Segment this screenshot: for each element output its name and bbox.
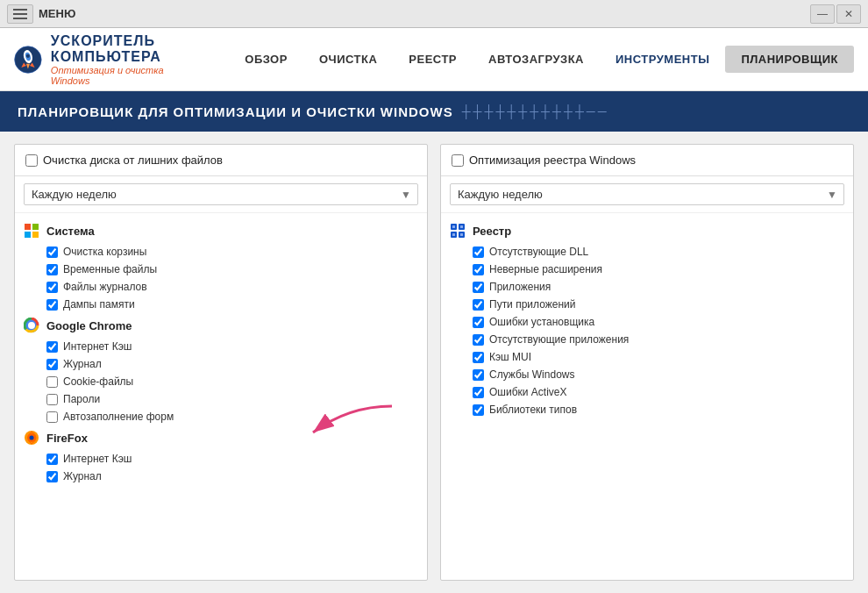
close-button[interactable]: ✕: [836, 4, 861, 24]
left-item-1-1[interactable]: Журнал: [15, 355, 427, 373]
firefox-icon: [24, 430, 39, 446]
right-check-0-1[interactable]: [473, 264, 484, 275]
right-panel-dropdown[interactable]: Каждую неделю Каждый день Каждый месяц: [450, 183, 844, 205]
left-item-2-1[interactable]: Журнал: [15, 468, 427, 485]
left-check-1-0[interactable]: [46, 341, 58, 353]
left-item-0-3[interactable]: Дампы памяти: [15, 296, 427, 313]
right-item-0-8[interactable]: Ошибки ActiveX: [441, 383, 853, 401]
svg-point-13: [29, 323, 34, 328]
left-check-0-0[interactable]: [46, 246, 58, 258]
left-item-0-1[interactable]: Временные файлы: [15, 261, 427, 278]
left-panel-dropdown[interactable]: Каждую неделю Каждый день Каждый месяц: [24, 183, 418, 205]
right-check-0-0[interactable]: [473, 246, 484, 258]
left-panel-checkbox-text: Очистка диска от лишних файлов: [43, 154, 223, 167]
left-item-1-3[interactable]: Пароли: [15, 390, 427, 408]
left-check-0-3[interactable]: [46, 299, 58, 311]
right-check-0-5[interactable]: [473, 334, 484, 346]
logo-icon: [14, 39, 42, 80]
right-item-0-2[interactable]: Приложения: [441, 278, 853, 296]
nav-item-overview[interactable]: ОБЗОР: [229, 46, 303, 73]
page-title-decoration: ┼┼┼┼┼┼┼┼┼┼┼──: [462, 104, 609, 118]
left-item-1-2[interactable]: Cookie-файлы: [15, 373, 427, 390]
logo-text: УСКОРИТЕЛЬ КОМПЬЮТЕРА Оптимизация и очис…: [51, 33, 203, 86]
nav-item-clean[interactable]: ОЧИСТКА: [303, 46, 393, 73]
right-check-0-2[interactable]: [473, 282, 484, 293]
left-item-0-0[interactable]: Очистка корзины: [15, 243, 427, 261]
firefox-group: FireFox Интернет Кэш Журнал: [15, 425, 427, 485]
registry-group-header: Реестр: [441, 218, 853, 243]
left-item-1-4[interactable]: Автозаполнение форм: [15, 408, 427, 425]
right-label-0-2: Приложения: [489, 281, 551, 293]
menu-button[interactable]: [7, 4, 33, 24]
left-item-0-2[interactable]: Файлы журналов: [15, 278, 427, 296]
right-item-0-3[interactable]: Пути приложений: [441, 296, 853, 313]
minimize-button[interactable]: —: [810, 4, 835, 24]
nav-menu: ОБЗОР ОЧИСТКА РЕЕСТР АВТОЗАГРУЗКА ИНСТРУ…: [203, 46, 854, 73]
left-check-1-4[interactable]: [46, 411, 58, 423]
logo-title: УСКОРИТЕЛЬ КОМПЬЮТЕРА: [51, 33, 203, 65]
left-check-1-3[interactable]: [46, 394, 58, 405]
left-check-0-1[interactable]: [46, 264, 58, 275]
nav-item-tools[interactable]: ИНСТРУМЕНТЫ: [600, 46, 725, 73]
left-label-1-0: Интернет Кэш: [63, 340, 132, 353]
right-check-0-3[interactable]: [473, 299, 484, 311]
registry-group: Реестр Отсутствующие DLL Неверные расшир…: [441, 218, 853, 418]
nav-item-scheduler[interactable]: ПЛАНИРОВЩИК: [725, 46, 854, 73]
left-label-0-2: Файлы журналов: [63, 281, 147, 293]
right-panel-checkbox-text: Оптимизация реестра Windows: [469, 154, 636, 167]
left-panel-checkbox-label[interactable]: Очистка диска от лишних файлов: [25, 154, 223, 167]
right-item-0-0[interactable]: Отсутствующие DLL: [441, 243, 853, 261]
svg-rect-9: [25, 232, 31, 238]
left-label-0-1: Временные файлы: [63, 263, 157, 275]
svg-rect-10: [32, 232, 39, 238]
right-item-0-6[interactable]: Кэш MUI: [441, 348, 853, 366]
left-label-1-4: Автозаполнение форм: [63, 411, 174, 423]
right-panel-checkbox[interactable]: [452, 154, 464, 167]
svg-rect-25: [460, 233, 463, 236]
right-item-0-1[interactable]: Неверные расширения: [441, 261, 853, 278]
title-bar-left: МЕНЮ: [7, 4, 75, 24]
left-label-1-3: Пароли: [63, 393, 100, 405]
right-label-0-6: Кэш MUI: [489, 351, 531, 363]
chrome-group-header: Google Chrome: [15, 313, 427, 338]
right-check-0-8[interactable]: [473, 387, 484, 398]
right-check-0-6[interactable]: [473, 352, 484, 363]
logo-subtitle: Оптимизация и очистка Windows: [51, 65, 203, 86]
right-panel-checkbox-label[interactable]: Оптимизация реестра Windows: [452, 154, 636, 167]
right-check-0-4[interactable]: [473, 317, 484, 328]
firefox-group-header: FireFox: [15, 425, 427, 450]
registry-icon: [450, 223, 466, 239]
left-check-2-1[interactable]: [46, 471, 58, 482]
logo-area: УСКОРИТЕЛЬ КОМПЬЮТЕРА Оптимизация и очис…: [14, 33, 203, 86]
svg-rect-7: [25, 224, 31, 230]
nav-item-registry[interactable]: РЕЕСТР: [393, 46, 473, 73]
chrome-group: Google Chrome Интернет Кэш Журнал Cookie…: [15, 313, 427, 425]
left-check-1-2[interactable]: [46, 376, 58, 388]
left-panel-checkbox[interactable]: [25, 154, 38, 167]
chrome-icon: [24, 318, 39, 333]
title-bar: МЕНЮ — ✕: [0, 0, 868, 28]
right-item-0-5[interactable]: Отсутствующие приложения: [441, 331, 853, 348]
page-title-bar: ПЛАНИРОВЩИК ДЛЯ ОПТИМИЗАЦИИ И ОЧИСТКИ WI…: [0, 91, 868, 132]
right-check-0-9[interactable]: [473, 404, 484, 416]
left-check-0-2[interactable]: [46, 282, 58, 293]
right-item-0-4[interactable]: Ошибки установщика: [441, 313, 853, 331]
left-check-2-0[interactable]: [46, 454, 58, 465]
left-label-2-0: Интернет Кэш: [63, 453, 132, 465]
menu-label: МЕНЮ: [39, 7, 75, 20]
left-label-0-3: Дампы памяти: [63, 298, 135, 311]
app-header: УСКОРИТЕЛЬ КОМПЬЮТЕРА Оптимизация и очис…: [0, 28, 868, 91]
right-label-0-4: Ошибки установщика: [489, 316, 594, 328]
left-check-1-1[interactable]: [46, 359, 58, 370]
right-check-0-7[interactable]: [473, 369, 484, 381]
left-panel-dropdown-row: Каждую неделю Каждый день Каждый месяц ▼: [15, 176, 427, 213]
nav-item-autostart[interactable]: АВТОЗАГРУЗКА: [473, 46, 600, 73]
chrome-group-label: Google Chrome: [46, 319, 132, 332]
left-item-1-0[interactable]: Интернет Кэш: [15, 338, 427, 355]
left-label-0-0: Очистка корзины: [63, 246, 146, 258]
left-item-2-0[interactable]: Интернет Кэш: [15, 450, 427, 468]
right-item-0-9[interactable]: Библиотеки типов: [441, 401, 853, 418]
right-item-0-7[interactable]: Службы Windows: [441, 366, 853, 383]
left-panel: Очистка диска от лишних файлов Каждую не…: [14, 144, 428, 581]
left-panel-header: Очистка диска от лишних файлов: [15, 145, 427, 176]
